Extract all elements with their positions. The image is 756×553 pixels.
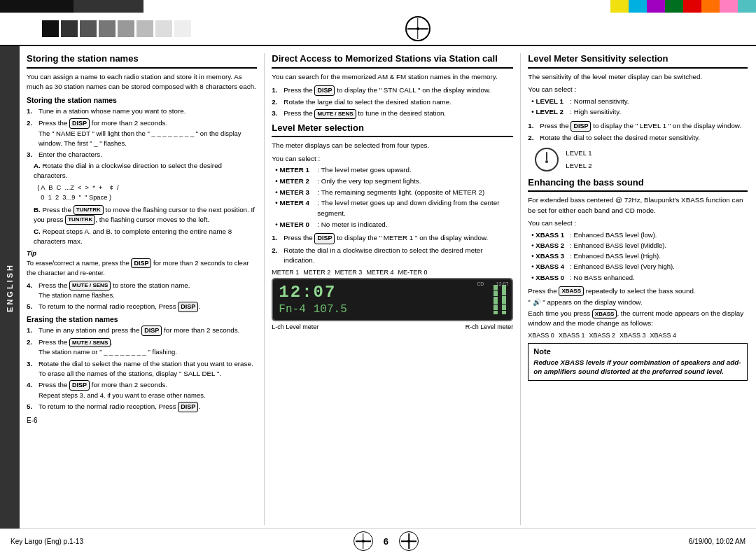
lms1-content: Press the DISP to display the " METER 1 …	[284, 233, 488, 244]
disp-btn-e1[interactable]: DISP	[141, 326, 162, 336]
cd-label: CD	[477, 281, 484, 286]
mid-step-2: 2. Rotate the large dial to select the d…	[272, 97, 513, 107]
level-labels: LEVEL 1 LEVEL 2	[566, 147, 592, 171]
mute-btn-1[interactable]: MUTE / SENS	[69, 281, 111, 290]
xb4-desc: : Enhanced BASS level (Very high).	[570, 262, 674, 272]
disp-btn-r1[interactable]: DISP	[570, 121, 591, 132]
bar-5	[493, 311, 498, 314]
est3-num: 3.	[27, 359, 36, 379]
disp-btn-1[interactable]: DISP	[69, 118, 90, 129]
est3-content: Rotate the dial to select the name of th…	[38, 359, 257, 379]
ms2-content: Rotate the large dial to select the desi…	[284, 97, 451, 107]
note-title: Note	[533, 347, 742, 356]
mi3-label: • METER 3	[275, 188, 314, 198]
step5-num: 5.	[27, 302, 36, 312]
step-5: 5. To return to the normal radio recepti…	[27, 302, 257, 312]
display-bottom-row: Fn-4 107.5	[279, 303, 346, 316]
xb-seq-1: XBASS 1	[559, 332, 585, 339]
mid-step-1: 1. Press the DISP to display the " STN C…	[272, 85, 513, 96]
tuntrk-btn-2[interactable]: TUN/TRK	[65, 215, 95, 225]
rs1-content: Press the DISP to display the " LEVEL 1 …	[540, 121, 741, 132]
left-title: Storing the station names	[27, 53, 257, 69]
erase-step-1: 1. Tune in any station and press the DIS…	[27, 326, 257, 336]
footer-right: 6/19/00, 10:02 AM	[689, 538, 746, 545]
meter-item-1: • METER 1 : The level meter goes upward.	[275, 165, 513, 176]
color-green	[665, 0, 683, 13]
est4-num: 4.	[27, 380, 36, 400]
sq-3	[80, 20, 97, 37]
columns: Storing the station names You can assign…	[20, 46, 756, 528]
mid-title: Direct Access to Memorized Stations via …	[272, 53, 513, 69]
rs-step-2: 2. Rotate the dial to select the desired…	[528, 133, 748, 143]
level-item-2: • LEVEL 2 : High sensitivity.	[531, 107, 748, 118]
meter-item-3: • METER 3 : The remaining segments light…	[275, 188, 513, 198]
xb3-label: • XBASS 3	[531, 251, 566, 261]
level-note: You can select :	[272, 154, 513, 164]
mute-btn-m3[interactable]: MUTE / SENS	[314, 109, 356, 119]
xbass-btn-1[interactable]: XBASS	[559, 286, 584, 296]
page-code: E-6	[27, 416, 257, 424]
level-items: • LEVEL 1 : Normal sensitivity. • LEVEL …	[528, 97, 748, 118]
erase-step-2: 2. Press the MUTE / SENS. The station na…	[27, 337, 257, 357]
xb1-desc: : Enhanced BASS level (low).	[570, 230, 657, 240]
xb-seq-0: XBASS 0	[528, 332, 554, 339]
level2-row: LEVEL 2	[566, 160, 592, 172]
disp-btn-tip[interactable]: DISP	[131, 258, 151, 269]
erase-step-3: 3. Rotate the dial to select the name of…	[27, 359, 257, 379]
mi2-desc: : Only the very top segment lights.	[317, 176, 421, 187]
ms2-num: 2.	[272, 97, 281, 107]
mi1-desc: : The level meter goes upward.	[317, 165, 411, 176]
mute-btn-e2[interactable]: MUTE / SENS	[69, 338, 111, 348]
right-note: You can select :	[528, 85, 748, 95]
bar-r4	[502, 311, 506, 314]
lch-label: L-ch Level meter	[272, 323, 318, 330]
top-bar-black1	[0, 0, 74, 13]
level-item-1: • LEVEL 1 : Normal sensitivity.	[531, 97, 748, 107]
display-unit: CD 12:07 12:07 Fn-4 107.5	[272, 278, 513, 321]
sq-8	[174, 20, 191, 37]
display-track: Fn-4	[279, 303, 305, 316]
bass-title: Enhancing the bass sound	[528, 177, 748, 192]
lms2-content: Rotate the dial in a clockwise direction…	[284, 246, 513, 265]
lms2-num: 2.	[272, 246, 281, 265]
sub-step-a: A. Rotate the dial in a clockwise direct…	[34, 161, 257, 181]
xbass-btn-2[interactable]: XBASS	[592, 309, 617, 319]
ms1-content: Press the DISP to display the " STN CALL…	[284, 85, 491, 96]
bar-1	[493, 285, 498, 290]
erase-title: Erasing the station names	[27, 315, 257, 323]
li2-label: • LEVEL 2	[531, 107, 566, 118]
tip-box: Tip To erase/correct a name, press the D…	[27, 248, 257, 277]
step2-num: 2.	[27, 118, 36, 148]
top-bar-black2	[74, 0, 144, 13]
mid-step-3: 3. Press the MUTE / SENS to tune in the …	[272, 108, 513, 118]
squares-row	[42, 20, 191, 37]
sq-7	[155, 20, 172, 37]
display-freq: 107.5	[314, 303, 347, 316]
mi0-desc: : No meter is indicated.	[317, 220, 387, 230]
disp-btn-m1[interactable]: DISP	[314, 85, 335, 96]
erase-step-5: 5. To return to the normal radio recepti…	[27, 402, 257, 412]
lm-step-2: 2. Rotate the dial in a clockwise direct…	[272, 246, 513, 265]
top-section	[0, 13, 756, 46]
color-yellow	[610, 0, 629, 13]
char-line1: ( A B C ...Z < > * + ¢ /	[34, 183, 257, 192]
xbass-row: XBASS 0 XBASS 1 XBASS 2 XBASS 3 XBASS 4	[528, 332, 748, 339]
crosshair-top	[405, 16, 430, 41]
disp-btn-2[interactable]: DISP	[178, 302, 198, 312]
disp-btn-lm1[interactable]: DISP	[314, 233, 335, 244]
sub-step-b: B. Press the TUN/TRK to move the flashin…	[34, 205, 257, 225]
step-3: 3. Enter the characters.	[27, 150, 257, 160]
xb0-label: • XBASS 0	[531, 273, 566, 283]
step-4: 4. Press the MUTE / SENS to store the st…	[27, 281, 257, 300]
li1-label: • LEVEL 1	[531, 97, 566, 107]
sq-5	[118, 20, 134, 37]
divider-2	[520, 53, 521, 525]
step4-sub: The station name flashes.	[38, 291, 115, 299]
sq-2	[61, 20, 78, 37]
tuntrk-btn-1[interactable]: TUN/TRK	[74, 205, 104, 215]
color-orange	[701, 0, 720, 13]
disp-btn-e4[interactable]: DISP	[69, 380, 90, 391]
disp-btn-e5[interactable]: DISP	[178, 402, 198, 412]
meter-labels-row: METER 1 METER 2 METER 3 METER 4 ME-TER 0	[272, 269, 513, 276]
step-1: 1. Tune in a station whose name you want…	[27, 106, 257, 116]
